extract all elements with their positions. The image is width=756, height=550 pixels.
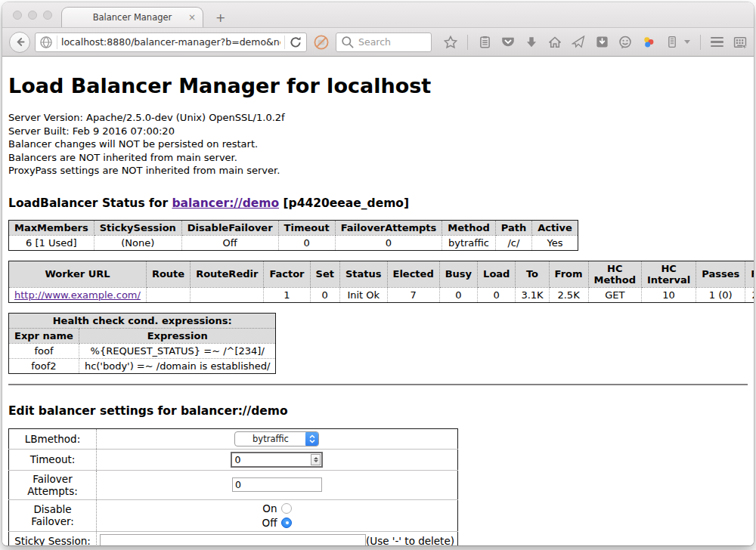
radio-off-label: Off [262,517,277,529]
col-header-failoverattempts: FailoverAttempts [335,220,442,235]
disable-failover-radio-group: On Off [262,502,293,529]
device-menu-caret-icon[interactable] [684,40,690,44]
col-header-status: Status [339,261,387,287]
site-identity-globe-icon[interactable] [39,36,53,49]
worker-table: Worker URL Route RouteRedir Factor Set S… [8,261,754,303]
page-content: Load Balancer Manager for localhost Serv… [2,57,754,545]
cell-set: 0 [310,287,339,302]
colored-dots-icon[interactable] [642,36,655,49]
cell-to: 3.1K [516,287,549,302]
cell-status: Init Ok [339,287,387,302]
timeout-input[interactable] [234,454,311,465]
save-to-device-icon[interactable] [595,36,609,49]
col-header-load: Load [478,261,516,287]
sticky-session-label: Sticky Session: [9,531,97,545]
sticky-session-hint: (Use '-' to delete) [366,535,454,545]
balancer-demo-link[interactable]: balancer://demo [172,196,279,210]
cell-hc-interval: 10 [641,287,696,302]
cell-from: 2.5K [549,287,588,302]
disable-failover-on-radio[interactable] [281,503,292,514]
cell-maxmembers: 6 [1 Used] [9,235,94,250]
cell-passes: 1 (0) [696,287,745,302]
cell-fails: 2 (0) [745,287,754,302]
reload-icon[interactable] [289,36,302,49]
worker-row: http://www.example.com/ 1 0 Init Ok 7 0 … [9,287,754,302]
cell-timeout: 0 [278,235,335,250]
grid-extension-icon[interactable] [733,36,747,49]
radio-on-label: On [262,502,277,514]
col-header-expression: Expression [79,328,276,343]
lbmethod-select[interactable]: bytraffic [234,431,319,446]
cell-routeredir [191,287,264,302]
lbmethod-label: LBmethod: [9,428,97,449]
page-title: Load Balancer Manager for localhost [8,74,748,97]
health-check-table-title: Health check cond. expressions: [9,313,276,328]
back-button[interactable] [9,32,30,53]
content-blocked-icon[interactable] [313,34,330,51]
hc-expr-row: foof %{REQUEST_STATUS} =~ /^[234]/ [9,343,276,358]
col-header-route: Route [146,261,190,287]
col-header-busy: Busy [439,261,477,287]
navigation-toolbar: localhost:8880/balancer-manager?b=demo&n… [2,27,754,57]
search-input[interactable]: Search [358,36,391,48]
tab-close-icon[interactable]: × [188,12,196,23]
tab-title: Balancer Manager [93,12,172,23]
window-controls [13,11,52,20]
col-header-method: Method [442,220,495,235]
new-tab-button[interactable]: + [215,12,225,24]
clipboard-icon[interactable] [478,36,491,49]
col-header-disablefailover: DisableFailover [181,220,278,235]
search-bar[interactable]: Search [336,32,432,52]
cell-busy: 0 [439,287,477,302]
toolbar-divider [700,35,701,50]
minimize-window-button[interactable] [28,11,37,20]
col-header-hc-interval: HC Interval [641,261,696,287]
cell-stickysession: (None) [94,235,181,250]
balancer-summary-table: MaxMembers StickySession DisableFailover… [8,220,578,251]
col-header-maxmembers: MaxMembers [9,220,94,235]
sticky-session-input[interactable] [100,534,366,546]
col-header-set: Set [310,261,339,287]
worker-url-link[interactable]: http://www.example.com/ [14,289,141,301]
bookmark-star-icon[interactable] [444,36,457,49]
failover-attempts-label: Failover Attempts: [9,470,97,499]
col-header-worker-url: Worker URL [9,261,147,287]
back-arrow-icon [14,36,26,48]
col-header-factor: Factor [264,261,310,287]
hc-expr-row: foof2 hc('body') =~ /domain is establish… [9,358,276,373]
server-built-line: Server Built: Feb 9 2016 07:00:20 [8,125,748,138]
home-icon[interactable] [548,36,562,49]
disable-failover-off-radio[interactable] [281,518,292,528]
cell-expression: %{REQUEST_STATUS} =~ /^[234]/ [79,343,276,358]
balancer-summary-row: 6 [1 Used] (None) Off 0 0 bytraffic /c/ … [9,235,578,250]
health-check-table: Health check cond. expressions: Expr nam… [8,313,276,374]
downloads-icon[interactable] [525,36,538,49]
close-window-button[interactable] [13,11,22,20]
cell-disablefailover: Off [181,235,278,250]
pocket-icon[interactable] [501,36,515,49]
cell-expression: hc('body') =~ /domain is established/ [79,358,276,373]
tab-balancer-manager[interactable]: Balancer Manager × [61,7,203,27]
col-header-elected: Elected [387,261,439,287]
urlbar-divider [284,36,285,49]
failover-attempts-input[interactable] [232,477,322,492]
cell-load: 0 [478,287,516,302]
col-header-fails: Fails [745,261,754,287]
cell-expr-name: foof2 [9,358,79,373]
number-stepper-icon[interactable] [311,454,321,465]
section-divider [8,384,748,385]
cell-hc-method: GET [588,287,641,302]
send-plane-icon[interactable] [572,36,585,49]
col-header-timeout: Timeout [278,220,335,235]
feedback-smiley-icon[interactable] [618,36,632,49]
zoom-window-button[interactable] [43,11,52,20]
col-header-active: Active [532,220,578,235]
url-input[interactable]: localhost:8880/balancer-manager?b=demo&n… [61,36,280,48]
menu-icon[interactable] [711,37,723,48]
browser-window: Balancer Manager × + localhost:8880/bala… [2,2,754,545]
col-header-passes: Passes [696,261,745,287]
select-stepper-icon [305,431,318,446]
url-bar[interactable]: localhost:8880/balancer-manager?b=demo&n… [35,32,307,52]
device-migration-icon[interactable] [665,36,679,49]
toolbar-icons [444,35,747,50]
